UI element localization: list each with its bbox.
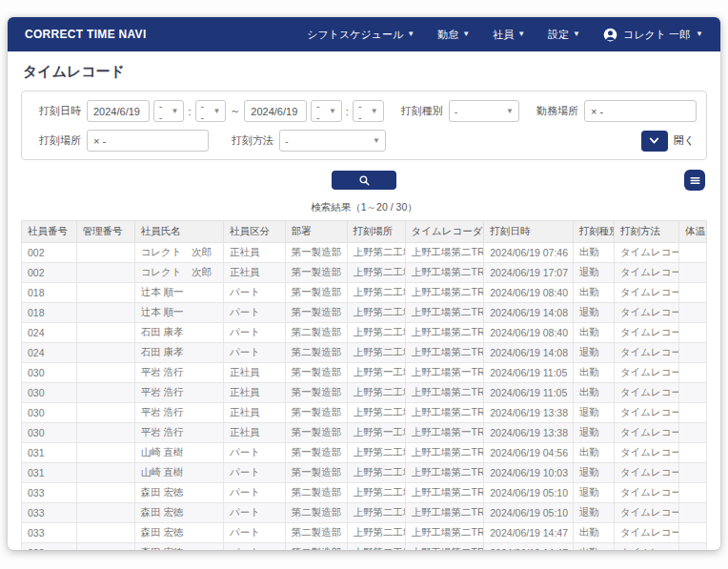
punch-type-select[interactable]: -▼ xyxy=(449,100,519,122)
search-icon xyxy=(358,174,371,187)
date-to-input[interactable] xyxy=(244,100,307,122)
table-cell: 上野第二工場 xyxy=(347,283,405,303)
table-cell: 2024/06/19 14:08 xyxy=(484,303,573,323)
table-cell: コレクト 次郎 xyxy=(134,243,223,263)
table-cell: 平岩 浩行 xyxy=(134,363,223,383)
table-row[interactable]: 024石田 康孝パート第二製造部上野第二工場上野工場第二TR2024/06/19… xyxy=(22,323,707,343)
table-cell: パート xyxy=(224,283,286,303)
work-location-input[interactable] xyxy=(584,100,697,122)
table-cell xyxy=(679,343,707,363)
table-cell: 辻本 順一 xyxy=(134,283,223,303)
table-cell: 正社員 xyxy=(224,383,286,403)
main-content: タイムレコード 打刻日時 --▼ : --▼ ～ --▼ : xyxy=(8,51,720,550)
table-header-cell: 管理番号 xyxy=(76,221,134,243)
table-cell: 出勤 xyxy=(573,283,614,303)
chevron-down-icon: ▼ xyxy=(329,107,336,115)
table-row[interactable]: 033森田 宏徳パート第二製造部上野第二工場上野工場第二TR2024/06/19… xyxy=(22,523,707,543)
table-cell: 上野第一工場 xyxy=(347,363,405,383)
table-row[interactable]: 030平岩 浩行正社員第一製造部上野第二工場上野工場第二TR2024/06/19… xyxy=(22,403,707,423)
table-cell: 030 xyxy=(22,383,77,403)
date-from-input[interactable] xyxy=(87,100,150,122)
table-row[interactable]: 024石田 康孝パート第二製造部上野第二工場上野工場第二TR2024/06/19… xyxy=(22,343,707,363)
table-cell: 山崎 直樹 xyxy=(134,443,223,463)
table-row[interactable]: 002コレクト 次郎正社員第一製造部上野第二工場上野工場第二TR2024/06/… xyxy=(22,243,707,263)
table-cell: タイムレコーダー xyxy=(614,463,678,483)
table-cell: 2024/06/19 14:47 xyxy=(484,543,573,551)
table-cell: 第二製造部 xyxy=(285,543,347,551)
table-header-cell: 打刻方法 xyxy=(614,221,678,243)
chevron-down-icon: ▼ xyxy=(462,30,470,38)
table-cell xyxy=(76,363,134,383)
brand-logo[interactable]: CORRECT TIME NAVI xyxy=(25,28,147,41)
table-row[interactable]: 031山崎 直樹パート第一製造部上野第二工場上野工場第二TR2024/06/19… xyxy=(22,463,707,483)
work-location-label: 勤務場所 xyxy=(536,104,578,118)
table-cell: タイムレコーダー xyxy=(614,263,678,283)
table-cell xyxy=(679,243,707,263)
table-cell: 033 xyxy=(22,543,77,551)
table-cell: タイムレコーダー xyxy=(614,363,678,383)
nav-item-label: 設定 xyxy=(548,28,569,42)
user-menu[interactable]: コレクト 一郎 ▼ xyxy=(603,28,703,42)
table-row[interactable]: 031山崎 直樹パート第一製造部上野第二工場上野工場第二TR2024/06/19… xyxy=(22,443,707,463)
table-row[interactable]: 033森田 宏徳パート第二製造部上野第二工場上野工場第二TR2024/06/19… xyxy=(22,543,707,551)
table-cell xyxy=(76,303,134,323)
table-cell: 上野工場第二TR xyxy=(405,383,484,403)
chevron-down-icon: ▼ xyxy=(517,30,525,38)
hour-from-select[interactable]: --▼ xyxy=(153,100,185,122)
hour-from-value: -- xyxy=(159,100,166,123)
table-cell: パート xyxy=(224,483,286,503)
punch-method-value: - xyxy=(285,135,289,147)
timecard-table: 社員番号管理番号社員氏名社員区分部署打刻場所タイムレコーダ名打刻日時打刻種別打刻… xyxy=(21,220,707,550)
table-cell xyxy=(679,383,707,403)
list-options-button[interactable] xyxy=(684,170,705,191)
table-row[interactable]: 030平岩 浩行正社員第一製造部上野第一工場上野工場第一TR2024/06/19… xyxy=(22,363,707,383)
page-title: タイムレコード xyxy=(23,63,707,81)
table-row[interactable]: 030平岩 浩行正社員第一製造部上野第二工場上野工場第二TR2024/06/19… xyxy=(22,383,707,403)
hour-to-select[interactable]: --▼ xyxy=(311,100,342,122)
table-cell: タイムレコーダー xyxy=(614,523,678,543)
table-cell: 平岩 浩行 xyxy=(134,423,223,443)
chevron-down-icon: ▼ xyxy=(407,30,415,38)
table-row[interactable]: 002コレクト 次郎正社員第一製造部上野第二工場上野工場第二TR2024/06/… xyxy=(22,263,707,283)
table-row[interactable]: 033森田 宏徳パート第二製造部上野第二工場上野工場第二TR2024/06/19… xyxy=(22,483,707,503)
expand-filter-button[interactable] xyxy=(641,131,668,152)
table-cell: パート xyxy=(224,303,286,323)
table-cell: 上野第二工場 xyxy=(347,483,405,503)
table-cell: 正社員 xyxy=(224,423,286,443)
table-cell: 第一製造部 xyxy=(285,303,347,323)
punch-method-select[interactable]: -▼ xyxy=(279,130,386,152)
search-button[interactable] xyxy=(332,171,396,190)
table-cell: タイムレコーダー xyxy=(614,343,678,363)
minute-to-value: -- xyxy=(358,100,365,123)
punch-place-input[interactable] xyxy=(87,130,209,152)
table-cell: 上野工場第二TR xyxy=(405,523,484,543)
table-row[interactable]: 033森田 宏徳パート第二製造部上野第二工場上野工場第二TR2024/06/19… xyxy=(22,503,707,523)
nav-item-settings[interactable]: 設定 ▼ xyxy=(548,28,580,42)
nav-item-employee[interactable]: 社員 ▼ xyxy=(493,28,525,42)
table-cell: タイムレコーダー xyxy=(614,403,678,423)
minute-to-select[interactable]: --▼ xyxy=(353,100,384,122)
result-summary: 検索結果（1～20 / 30） xyxy=(21,201,707,214)
table-row[interactable]: 018辻本 順一パート第一製造部上野第二工場上野工場第二TR2024/06/19… xyxy=(22,283,707,303)
table-cell: 上野工場第二TR xyxy=(405,243,484,263)
table-cell: パート xyxy=(224,523,286,543)
table-cell: 上野工場第二TR xyxy=(405,263,484,283)
table-header-cell: 社員番号 xyxy=(22,221,77,243)
nav-item-attendance[interactable]: 勤怠 ▼ xyxy=(437,28,470,42)
table-cell: タイムレコーダー xyxy=(614,423,678,443)
minute-from-select[interactable]: --▼ xyxy=(195,100,227,122)
table-cell: 上野工場第二TR xyxy=(405,443,484,463)
table-cell xyxy=(76,483,134,503)
table-cell: パート xyxy=(224,343,286,363)
table-cell: 退勤 xyxy=(573,423,614,443)
table-cell xyxy=(76,343,134,363)
table-cell: タイムレコーダー xyxy=(614,303,678,323)
table-row[interactable]: 030平岩 浩行正社員第一製造部上野第一工場上野工場第一TR2024/06/19… xyxy=(22,423,707,443)
table-row[interactable]: 018辻本 順一パート第一製造部上野第二工場上野工場第二TR2024/06/19… xyxy=(22,303,707,323)
nav-item-shift-schedule[interactable]: シフトスケジュール ▼ xyxy=(307,28,415,42)
expand-filter-label: 開く xyxy=(674,133,695,148)
punch-type-value: - xyxy=(455,106,458,117)
table-cell: 石田 康孝 xyxy=(134,323,223,343)
table-cell: パート xyxy=(224,503,286,523)
filter-row-1: 打刻日時 --▼ : --▼ ～ --▼ : --▼ xyxy=(31,100,697,122)
